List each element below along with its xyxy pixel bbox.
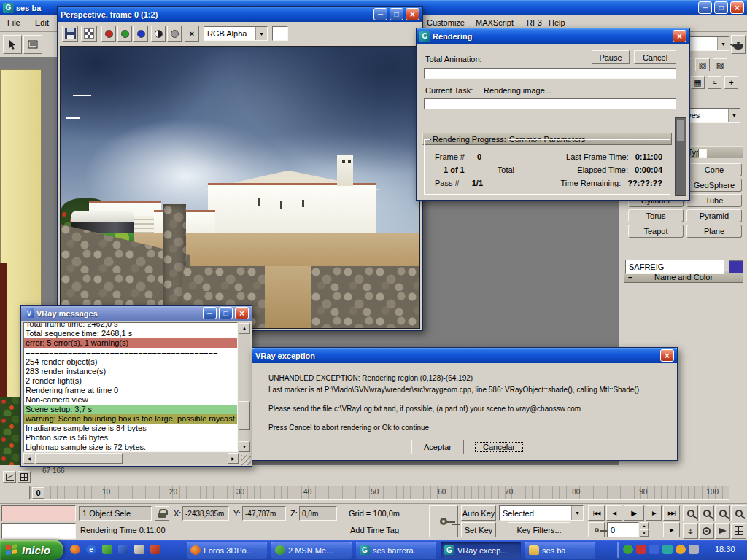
current-frame-field[interactable]: 0 — [607, 522, 639, 537]
maximize-viewport-toggle[interactable] — [731, 523, 746, 539]
exception-close-button[interactable] — [660, 349, 674, 362]
quicklaunch-media-icon[interactable] — [118, 545, 128, 554]
frame-spinner[interactable]: ▲ ▼ — [640, 522, 649, 537]
arc-rotate-button[interactable] — [699, 523, 714, 539]
taskbar-button-vray-exception[interactable]: VRay excep... — [441, 542, 521, 559]
timeline-ruler[interactable]: 10 20 30 40 50 60 70 80 90 100 — [102, 488, 719, 498]
tray-icon[interactable] — [649, 545, 659, 554]
taskbar-clock[interactable]: 18:30 — [715, 545, 735, 553]
time-slider[interactable]: 0 — [32, 487, 44, 499]
pan-button[interactable]: ↔↕ — [683, 523, 698, 539]
background-color-swatch[interactable] — [272, 26, 288, 41]
messages-minimize-button[interactable] — [203, 307, 217, 319]
auto-key-button[interactable]: Auto Key — [461, 505, 496, 521]
autogrid-checkbox[interactable] — [698, 149, 707, 158]
main-maximize-button[interactable] — [714, 1, 728, 14]
menu-customize[interactable]: Customize — [427, 18, 465, 27]
resize-grip[interactable] — [241, 455, 251, 465]
main-minimize-button[interactable] — [698, 1, 712, 14]
channel-blue-toggle[interactable] — [133, 26, 148, 42]
vray-messages-titlebar[interactable]: VRay messages — [21, 306, 252, 321]
quicklaunch-msn-icon[interactable] — [102, 545, 112, 554]
alpha-channel-toggle[interactable] — [167, 26, 182, 42]
tray-icon[interactable] — [623, 545, 633, 554]
vray-exception-titlebar[interactable]: VRay exception — [252, 348, 677, 363]
cancelar-button[interactable]: Cancelar — [473, 440, 525, 454]
scrollbar-thumb[interactable] — [677, 120, 684, 141]
horizontal-scrollbar[interactable]: ◀ ▶ — [23, 453, 239, 464]
key-filter-dropdown[interactable]: Selected — [499, 505, 584, 521]
primitive-geosphere-button[interactable]: GeoSphere — [686, 179, 742, 192]
select-by-name-button[interactable] — [23, 35, 42, 54]
taskbar-button-foros[interactable]: Foros 3DPo... — [187, 542, 267, 559]
dropdown-arrow-icon[interactable] — [255, 27, 267, 40]
start-button[interactable]: Inicio — [0, 540, 63, 560]
next-frame-button[interactable] — [646, 505, 662, 521]
key-filters-button[interactable]: Key Filters... — [508, 522, 570, 537]
messages-maximize-button[interactable] — [219, 307, 233, 319]
clear-button[interactable]: × — [185, 26, 199, 42]
tray-icon[interactable] — [689, 545, 699, 554]
scrollbar-thumb[interactable] — [239, 401, 250, 430]
category-spacewarps-icon[interactable]: ≈ — [708, 76, 721, 89]
quicklaunch-app-icon[interactable] — [150, 545, 160, 554]
channel-display-dropdown[interactable]: RGB Alpha — [204, 26, 268, 41]
primitive-pyramid-button[interactable]: Pyramid — [686, 209, 742, 222]
category-systems-icon[interactable]: + — [724, 76, 738, 89]
primitive-torus-button[interactable]: Torus — [628, 209, 684, 222]
object-name-field[interactable]: SAFREIG — [625, 260, 724, 274]
object-color-swatch[interactable] — [729, 260, 743, 273]
field-of-view-button[interactable] — [715, 523, 730, 539]
scroll-down-button[interactable]: ▼ — [239, 441, 250, 452]
aceptar-button[interactable]: Aceptar — [411, 440, 464, 454]
main-close-button[interactable] — [730, 1, 744, 14]
taskbar-button-ses-barrera[interactable]: ses barrera... — [356, 542, 436, 559]
tray-icon[interactable] — [662, 545, 673, 554]
primitive-teapot-button[interactable]: Teapot — [628, 225, 684, 238]
channel-green-toggle[interactable] — [117, 26, 132, 42]
zoom-region-button[interactable] — [731, 505, 746, 521]
menu-edit[interactable]: Edit — [35, 18, 49, 27]
go-to-end-frame-button[interactable] — [663, 522, 680, 537]
select-object-button[interactable] — [3, 35, 22, 54]
channel-red-toggle[interactable] — [101, 26, 116, 42]
pause-button[interactable]: Pause — [592, 50, 630, 64]
menu-help[interactable]: Help — [549, 18, 565, 27]
add-time-tag[interactable]: Add Time Tag — [350, 526, 399, 534]
dropdown-arrow-icon[interactable] — [571, 506, 583, 520]
scroll-left-button[interactable]: ◀ — [23, 453, 34, 464]
set-key-button[interactable]: Set Key — [461, 522, 496, 537]
rollout-scrollbar[interactable] — [675, 117, 686, 196]
render-close-button[interactable] — [406, 8, 419, 20]
z-coordinate-field[interactable]: 0,0m — [299, 506, 337, 521]
render-type-dropdown[interactable] — [689, 36, 729, 51]
messages-close-button[interactable] — [235, 307, 249, 319]
go-to-start-button[interactable] — [588, 505, 605, 521]
primitive-plane-button[interactable]: Plane — [686, 225, 742, 238]
menu-maxscript[interactable]: MAXScript — [476, 18, 514, 27]
menu-file[interactable]: File — [7, 18, 20, 27]
primitive-tube-button[interactable]: Tube — [686, 194, 742, 207]
set-keys-button[interactable] — [429, 505, 458, 537]
dropdown-arrow-icon[interactable] — [717, 37, 729, 50]
render-window-titlebar[interactable]: Perspective, frame 0 (1:2) — [58, 7, 422, 22]
tab-display[interactable]: ▧ — [695, 58, 710, 71]
mini-listener-field[interactable] — [1, 523, 76, 539]
tray-icon[interactable] — [636, 545, 646, 554]
play-button[interactable] — [624, 505, 644, 521]
quick-render-button[interactable] — [731, 35, 746, 54]
taskbar-button-ses-ba[interactable]: ses ba — [525, 542, 595, 559]
rendering-close-button[interactable] — [673, 30, 686, 42]
tray-icon[interactable] — [676, 545, 686, 554]
quicklaunch-firefox-icon[interactable] — [70, 545, 80, 554]
zoom-button[interactable] — [683, 505, 698, 521]
y-coordinate-field[interactable]: -47,787m — [242, 506, 286, 521]
monochrome-toggle[interactable] — [151, 26, 166, 42]
dropdown-arrow-icon[interactable] — [728, 109, 740, 122]
selection-lock-toggle[interactable] — [155, 506, 169, 521]
go-to-end-button[interactable] — [663, 505, 680, 521]
scroll-right-button[interactable]: ▶ — [228, 453, 239, 464]
zoom-extents-button[interactable] — [715, 505, 730, 521]
vertical-scrollbar[interactable]: ▲ ▼ — [239, 322, 250, 452]
scrollbar-thumb[interactable] — [35, 453, 123, 464]
